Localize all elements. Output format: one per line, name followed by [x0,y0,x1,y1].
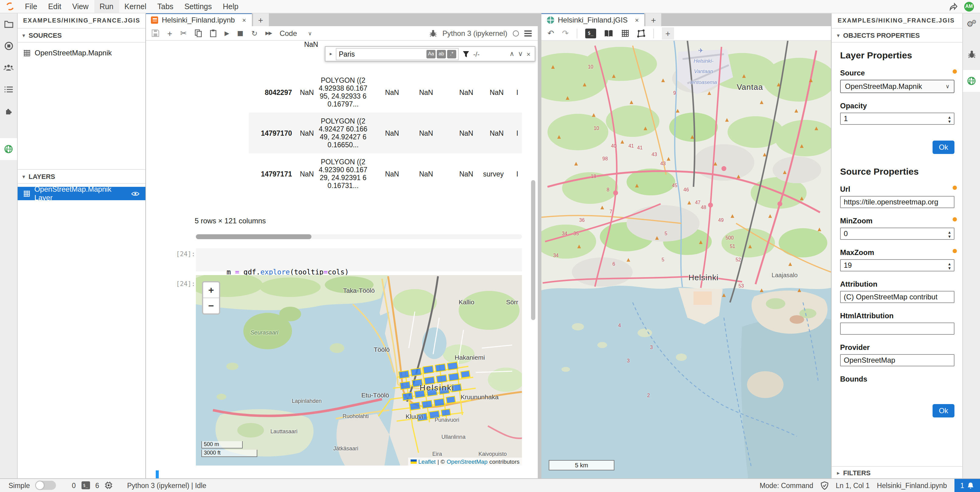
filter-icon[interactable] [462,50,469,57]
simple-mode-toggle[interactable] [35,481,56,490]
restart-run-all-icon[interactable]: ▶▶ [266,30,272,36]
source-ok-button[interactable]: Ok [932,404,955,417]
active-file-name[interactable]: Helsinki_Finland.ipynb [877,482,947,489]
objects-properties-header[interactable]: ▾ OBJECTS PROPERTIES [832,29,963,43]
notebook-toolbar: + ✂ ▶ ■ ↻ ▶▶ Code ∨ Python 3 (ipykernel) [145,26,538,41]
kernel-name[interactable]: Python 3 (ipykernel) [442,29,508,37]
close-tab-icon[interactable]: × [635,16,639,24]
caret-down-icon: ▾ [22,33,25,38]
leaflet-link[interactable]: Leaflet [418,458,436,465]
menu-item[interactable]: Kernel [119,0,152,13]
whole-word-button[interactable]: ab [437,49,446,58]
menu-item[interactable]: Run [94,0,119,13]
menu-item[interactable]: Help [217,0,243,13]
share-icon[interactable] [949,2,958,11]
sources-section-header[interactable]: ▾ SOURCES [17,29,145,43]
provider-input[interactable] [840,354,955,366]
paste-cell-icon[interactable] [210,29,216,37]
toolbar-menu-icon[interactable] [524,30,532,36]
attribution-input[interactable] [840,291,955,303]
file-browser-icon[interactable] [0,13,17,35]
tab-gis[interactable]: Helsinki_Finland.jGIS × [541,13,644,26]
maxzoom-input[interactable] [840,259,955,271]
close-search-icon[interactable]: × [527,50,530,57]
running-kernels-icon[interactable] [0,35,17,57]
notification-badge[interactable]: 1 [954,479,980,492]
new-tab-button[interactable]: + [646,13,661,26]
source-select[interactable]: OpenStreetMap.Mapnik ∨ [840,80,955,93]
property-inspector-icon[interactable]: ⚙⚙ [963,13,980,35]
add-cell-icon[interactable]: + [167,28,172,38]
layer-ok-button[interactable]: Ok [932,140,955,154]
menu-item[interactable]: Settings [179,0,217,13]
console-icon[interactable]: $_ [585,28,596,38]
opacity-input[interactable] [840,113,955,125]
edit-mode-indicator[interactable]: Mode: Command [759,482,813,489]
vertical-scrollbar-thumb[interactable] [531,180,535,320]
osm-link[interactable]: OpenStreetMap [447,458,488,465]
menu-item[interactable]: View [67,0,94,13]
vector-polygon-icon[interactable] [637,29,646,37]
close-tab-icon[interactable]: × [242,16,246,24]
raster-layer-icon[interactable] [621,29,629,37]
debugger-icon[interactable] [963,43,980,65]
cell-collapser[interactable] [156,470,159,479]
jupytergis-sidebar-icon[interactable] [0,138,17,160]
user-avatar[interactable]: AM [964,2,974,11]
htmlattribution-input[interactable] [840,323,955,335]
source-item-label: OpenStreetMap.Mapnik [35,48,111,57]
layer-properties-heading: Layer Properties [840,50,955,60]
menu-item[interactable]: Tabs [152,0,179,13]
regex-button[interactable]: .* [447,49,456,58]
debugger-bug-icon[interactable] [430,29,437,37]
right-activity-bar: ⚙⚙ [963,13,980,479]
spinner-icons[interactable]: ▲▼ [947,262,951,270]
restart-kernel-icon[interactable]: ↻ [251,29,257,37]
tab-notebook[interactable]: Helsinki_Finland.ipynb × [145,13,251,26]
source-item[interactable]: OpenStreetMap.Mapnik [17,46,145,59]
jupytergis-panel-icon[interactable] [963,70,980,92]
undo-icon[interactable]: ↶ [547,29,554,38]
source-properties-heading: Source Properties [840,166,955,177]
jupyterlab-window: FileEditViewRunKernelTabsSettingsHelp AM [0,0,980,492]
spinner-icons[interactable]: ▲▼ [947,230,951,239]
stop-kernel-icon[interactable]: ■ [237,29,243,37]
previous-match-icon[interactable]: ∧ [509,50,514,58]
cell-type-select[interactable]: Code ∨ [280,29,312,37]
match-case-button[interactable]: Aa [426,49,436,58]
zoom-in-button[interactable]: + [203,282,219,298]
horizontal-scrollbar-thumb[interactable] [196,234,312,239]
horizontal-scrollbar[interactable] [196,234,522,239]
extensions-icon[interactable] [0,100,17,122]
filters-section-header[interactable]: ▸ FILTERS [832,466,963,479]
cursor-position[interactable]: Ln 1, Col 1 [836,482,870,489]
next-match-icon[interactable]: ∨ [518,50,523,58]
basemap-book-icon[interactable] [604,30,613,37]
url-input[interactable] [840,196,955,208]
add-layer-button[interactable]: + [662,27,674,39]
spinner-icons[interactable]: ▲▼ [947,115,951,124]
zoom-out-button[interactable]: − [203,298,219,314]
layer-item-selected[interactable]: OpenStreetMap.Mapnik Layer [17,187,145,200]
minzoom-input[interactable] [840,228,955,240]
kernel-status-text[interactable]: Python 3 (ipykernel) | Idle [127,482,206,489]
collaborators-icon[interactable] [0,57,17,78]
caret-down-icon: ▾ [22,174,25,179]
save-icon[interactable] [151,29,159,37]
redo-icon[interactable]: ↷ [562,29,569,38]
leaflet-map-output[interactable]: Taka-TöölöKallioSörrSeurasaariTöölöHakan… [196,275,522,465]
chevron-down-icon: ∨ [308,30,312,36]
run-cell-icon[interactable]: ▶ [224,30,229,37]
menu-item[interactable]: File [19,0,43,13]
visibility-eye-icon[interactable] [131,191,139,196]
cut-cell-icon[interactable]: ✂ [180,29,187,38]
new-tab-button[interactable]: + [253,13,269,26]
gis-map-view[interactable]: VantaaHelsinkiLaajasalo✈Helsinki-Vantaan… [541,41,831,479]
copy-cell-icon[interactable] [195,29,202,37]
search-overlay: ▸ Aa ab .* -/- ∧ ∨ × [325,46,535,62]
table-of-contents-icon[interactable] [0,78,17,100]
expand-search-icon[interactable]: ▸ [330,51,332,57]
search-input[interactable] [336,50,426,57]
menu-item[interactable]: Edit [43,0,67,13]
layers-section-header[interactable]: ▾ LAYERS [17,170,145,184]
